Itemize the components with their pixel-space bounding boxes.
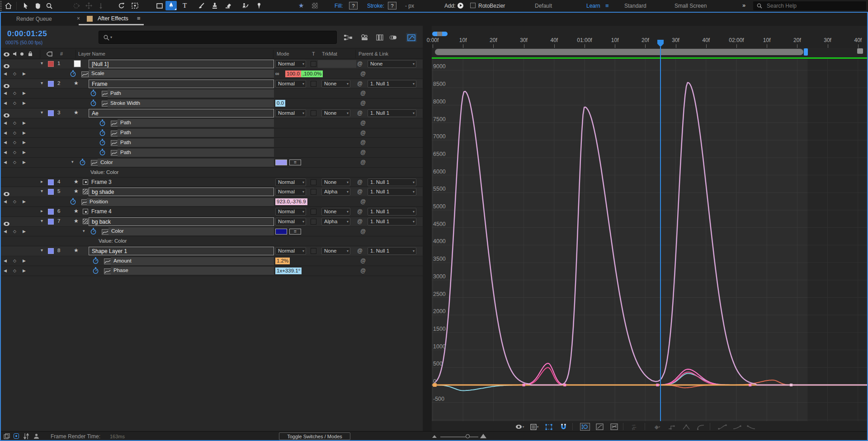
stopwatch-icon[interactable] [90, 228, 96, 237]
next-keyframe-button[interactable]: ▶ [23, 71, 26, 76]
parent-pickwhip-icon[interactable]: @ [357, 179, 363, 185]
previous-keyframe-button[interactable]: ◀ [4, 91, 7, 95]
property-value[interactable]: ,100.0% [301, 70, 323, 77]
layer-expand-chevron[interactable]: ▾ [41, 188, 43, 193]
property-value[interactable]: 100.0 [285, 70, 301, 77]
property-row[interactable]: ◀◇▶Phase1x+339.1°@ [0, 266, 423, 276]
property-row[interactable]: ◀◇▶Path@ [0, 128, 423, 138]
property-name-plate[interactable]: Path [118, 139, 274, 147]
previous-keyframe-button[interactable]: ◀ [4, 140, 7, 145]
layer-row[interactable]: ▾3★AeNormal▾None▾@1. Null 1▾ [0, 108, 423, 118]
property-pickwhip-icon[interactable]: @ [360, 149, 366, 155]
mode-select[interactable]: Normal▾ [275, 60, 306, 68]
trkmat-toggle-box[interactable] [311, 219, 316, 225]
property-pickwhip-icon[interactable]: @ [360, 130, 366, 136]
property-pickwhip-icon[interactable]: @ [360, 70, 366, 77]
keyframe-marker[interactable] [790, 384, 793, 386]
property-row[interactable]: ◀◇▶Position923.0,-376.9@ [0, 197, 423, 207]
layer-label-color[interactable] [48, 209, 54, 215]
add-keyframe-button[interactable]: ◇ [13, 131, 16, 135]
previous-keyframe-button[interactable]: ◀ [4, 131, 7, 135]
stopwatch-icon[interactable] [99, 149, 105, 158]
parent-select[interactable]: 1. Null 1▾ [368, 208, 416, 216]
trkmat-select[interactable]: None▾ [321, 208, 350, 216]
layer-name-box[interactable]: Shape Layer 1 [89, 247, 274, 255]
add-menu-icon[interactable] [458, 3, 463, 9]
live-update-icon[interactable] [14, 433, 19, 439]
keyframe-marker[interactable] [656, 384, 659, 386]
property-pickwhip-icon[interactable]: @ [360, 120, 366, 126]
next-keyframe-button[interactable]: ▶ [23, 160, 26, 164]
add-keyframe-button[interactable]: ◇ [13, 150, 16, 155]
stopwatch-icon[interactable] [70, 198, 76, 207]
layer-name[interactable]: Frame 4 [91, 208, 112, 215]
keyframe-marker[interactable] [749, 384, 751, 386]
mode-select[interactable]: Normal▾ [275, 208, 306, 216]
trkmat-select[interactable]: None▾ [321, 80, 350, 88]
layer-expand-chevron[interactable]: ▾ [41, 61, 43, 66]
graph-toggle-icon[interactable] [111, 150, 118, 158]
property-value[interactable]: 1x+339.1° [275, 267, 302, 274]
layer-expand-chevron[interactable]: ▾ [41, 110, 43, 115]
trkmat-toggle-box[interactable] [311, 189, 316, 195]
property-pickwhip-icon[interactable]: @ [360, 100, 366, 106]
parent-select[interactable]: 1. Null 1▾ [368, 109, 416, 117]
property-name-plate[interactable]: Path [118, 129, 274, 137]
layer-expand-chevron[interactable]: ▸ [41, 179, 43, 184]
graph-toggle-icon[interactable] [91, 160, 98, 168]
layer-row[interactable]: ▾5★bg shadeNormal▾Alpha▾@1. Null 1▾ [0, 187, 423, 197]
property-name-plate[interactable]: Phase [111, 267, 274, 275]
next-keyframe-button[interactable]: ▶ [23, 229, 26, 234]
keyframe-marker[interactable] [563, 384, 566, 386]
layer-row[interactable]: ▾7★bg backNormal▾Alpha▾@1. Null 1▾ [0, 217, 423, 227]
next-keyframe-button[interactable]: ▶ [23, 199, 26, 204]
graph-toggle-icon[interactable] [81, 71, 89, 79]
zoom-slider-knob[interactable] [466, 434, 470, 438]
stopwatch-icon[interactable] [80, 159, 85, 168]
next-keyframe-button[interactable]: ▶ [23, 140, 26, 145]
property-expand-chevron[interactable]: ▾ [71, 160, 74, 164]
hold-interpolation-button[interactable] [665, 422, 678, 431]
previous-keyframe-button[interactable]: ◀ [4, 268, 7, 273]
layer-name-box[interactable]: [Null 1] [89, 60, 274, 68]
trkmat-toggle-box[interactable] [311, 209, 316, 215]
time-navigator-bar[interactable] [435, 49, 803, 55]
graph-toggle-icon[interactable] [104, 268, 111, 276]
layers-panel-icon[interactable] [4, 433, 10, 439]
expression-toggle-icon[interactable]: = [289, 160, 301, 165]
navigator-right-knob[interactable] [857, 48, 863, 54]
help-search-input[interactable] [766, 1, 861, 10]
linear-interpolation-button[interactable] [680, 422, 693, 431]
layer-label-color[interactable] [48, 189, 54, 195]
add-keyframe-button[interactable]: ◇ [13, 258, 16, 263]
layer-expand-chevron[interactable]: ▸ [41, 208, 43, 213]
workspace-standard[interactable]: Standard [624, 3, 646, 9]
workspace-overflow[interactable]: » [742, 2, 745, 9]
value-offset-button[interactable]: -x=y=z= [629, 422, 642, 431]
previous-keyframe-button[interactable]: ◀ [4, 160, 7, 164]
property-pickwhip-icon[interactable]: @ [360, 198, 366, 205]
layer-row[interactable]: ▸4★Frame 3Normal▾None▾@1. Null 1▾ [0, 178, 423, 188]
fit-all-button[interactable] [608, 422, 620, 431]
trkmat-toggle-box[interactable] [311, 179, 316, 185]
zoom-in-mountain-icon[interactable] [480, 434, 486, 438]
previous-keyframe-button[interactable]: ◀ [4, 101, 7, 105]
graph-toggle-icon[interactable] [111, 140, 118, 148]
expression-toggle-icon[interactable]: = [289, 229, 301, 235]
property-row[interactable]: ◀◇▶Stroke Width0.0@ [0, 99, 423, 108]
property-row[interactable]: ◀◇▶▾Color=@ [0, 158, 423, 168]
layer-label-color[interactable] [48, 219, 54, 225]
layer-row[interactable]: ▾8★Shape Layer 1Normal▾None▾@1. Null 1▾ [0, 246, 423, 256]
graph-toggle-icon[interactable] [104, 258, 111, 266]
snap-toggle[interactable] [557, 422, 570, 431]
parent-select[interactable]: 1. Null 1▾ [368, 178, 416, 186]
property-row[interactable]: ◀◇▶Path@ [0, 118, 423, 128]
layer-label-color[interactable] [48, 179, 54, 185]
graph-filter-menu[interactable]: ▾ [528, 422, 541, 431]
toggle-switches-button[interactable]: Toggle Switches / Modes [279, 432, 350, 440]
parent-pickwhip-icon[interactable]: @ [357, 218, 363, 225]
trkmat-toggle-box[interactable] [311, 81, 316, 87]
property-row[interactable]: ◀◇▶Scale∞100.0,100.0%@ [0, 69, 423, 79]
ruler-zoom-scrubber[interactable] [432, 32, 448, 36]
property-name-plate[interactable]: Color [108, 227, 274, 235]
